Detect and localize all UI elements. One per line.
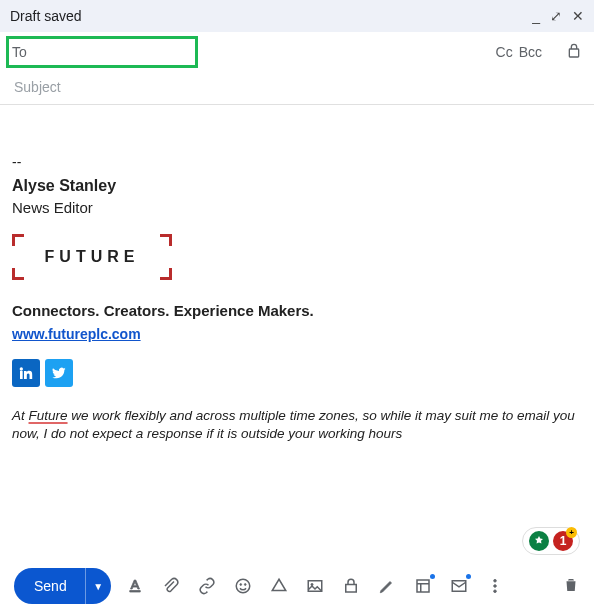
to-row: To Cc Bcc (0, 32, 594, 72)
minimize-icon[interactable]: _ (532, 9, 540, 23)
extension-badge-green[interactable] (529, 531, 549, 551)
more-icon[interactable] (485, 576, 505, 596)
signature-link[interactable]: www.futureplc.com (12, 326, 141, 342)
to-label: To (12, 44, 27, 60)
extension-badges[interactable]: 1 + (522, 527, 580, 555)
send-options-button[interactable]: ▼ (85, 568, 111, 604)
future-logo-text: FUTURE (12, 246, 172, 268)
svg-point-1 (240, 584, 242, 586)
subject-row (0, 72, 594, 105)
twitter-icon[interactable] (45, 359, 73, 387)
to-input[interactable] (33, 40, 496, 64)
lock-icon[interactable] (566, 43, 582, 62)
compose-toolbar: Send ▼ (0, 559, 594, 613)
signature-dashes: -- (12, 153, 582, 173)
signature-role: News Editor (12, 197, 582, 218)
signature-name: Alyse Stanley (12, 175, 582, 197)
pen-icon[interactable] (377, 576, 397, 596)
svg-point-11 (493, 585, 496, 588)
subject-input[interactable] (12, 78, 582, 96)
close-icon[interactable]: ✕ (572, 9, 584, 23)
svg-point-0 (236, 579, 250, 593)
discard-icon[interactable] (562, 576, 580, 597)
signature-disclaimer: At Future we work flexibly and across mu… (12, 407, 582, 443)
future-logo: FUTURE (12, 234, 172, 280)
image-icon[interactable] (305, 576, 325, 596)
compose-header: Draft saved _ ⤢ ✕ (0, 0, 594, 32)
svg-point-2 (244, 584, 246, 586)
link-icon[interactable] (197, 576, 217, 596)
template-icon[interactable] (413, 576, 433, 596)
svg-point-12 (493, 590, 496, 593)
extension-badge-red[interactable]: 1 + (553, 531, 573, 551)
send-button[interactable]: Send (14, 568, 85, 604)
header-title: Draft saved (10, 8, 532, 24)
svg-point-10 (493, 579, 496, 582)
cc-button[interactable]: Cc (496, 44, 513, 60)
svg-rect-6 (417, 580, 429, 592)
linkedin-icon[interactable] (12, 359, 40, 387)
drive-icon[interactable] (269, 576, 289, 596)
bcc-button[interactable]: Bcc (519, 44, 542, 60)
expand-icon[interactable]: ⤢ (550, 9, 562, 23)
attach-icon[interactable] (161, 576, 181, 596)
later-icon[interactable] (449, 576, 469, 596)
confidential-icon[interactable] (341, 576, 361, 596)
formatting-icon[interactable] (125, 576, 145, 596)
svg-rect-5 (345, 585, 356, 593)
emoji-icon[interactable] (233, 576, 253, 596)
compose-body[interactable]: -- Alyse Stanley News Editor FUTURE Conn… (0, 105, 594, 443)
signature-tagline: Connectors. Creators. Experience Makers. (12, 300, 582, 321)
